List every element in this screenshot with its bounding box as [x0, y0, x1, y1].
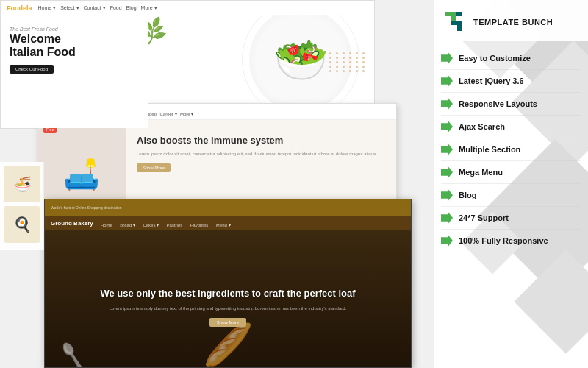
arrow-icon-3 — [441, 98, 453, 110]
arrow-icon-7 — [441, 189, 453, 201]
arrow-icon-5 — [441, 144, 453, 155]
top-cta-button[interactable]: Check Our Food — [10, 65, 54, 74]
dots-decoration — [329, 52, 367, 72]
b-nav-favorites: Favorites — [190, 223, 209, 227]
arrow-icon-1 — [441, 52, 453, 64]
site-bottom-body: 🥖 🥄 We use only the best ingredients to … — [45, 230, 411, 368]
feature-label-3: Responsive Layouts — [459, 99, 537, 108]
m-nav-more: More ▾ — [180, 112, 193, 116]
arrow-icon-9 — [441, 235, 453, 247]
nav-contact: Contact ▾ — [84, 5, 106, 11]
nav-home: Home ▾ — [38, 5, 57, 11]
utensils-image: 🥄 — [57, 341, 89, 368]
left-panel: Foodela Home ▾ Select ▾ Contact ▾ Food B… — [0, 0, 434, 368]
sidebar-thumbnails: 🍜 🍳 — [0, 162, 44, 250]
site-bottom-nav: World's fastest Online Shopping destinat… — [45, 199, 411, 216]
feature-label-4: Ajax Search — [459, 122, 505, 131]
top-nav-links: Home ▾ Select ▾ Contact ▾ Food Blog More… — [38, 5, 157, 11]
feature-label-6: Mega Menu — [459, 168, 503, 177]
feature-jquery: Latest jQuery 3.6 — [441, 70, 581, 93]
feature-responsive: Responsive Layouts — [441, 93, 581, 116]
bakery-cta-button[interactable]: Show More — [209, 318, 246, 327]
bakery-logo: Ground Bakery — [51, 220, 93, 227]
b-nav-pastries: Pastries — [167, 223, 183, 227]
feature-label-7: Blog — [459, 191, 476, 199]
b-nav-cakes: Cakes ▾ — [143, 223, 159, 227]
feature-multiple-section: Multiple Section — [441, 138, 581, 161]
b-nav-menu: Menu ▾ — [216, 223, 231, 227]
nav-blog: Blog — [126, 5, 137, 11]
feature-blog: Blog — [441, 184, 581, 207]
feature-ajax: Ajax Search — [441, 116, 581, 138]
arrow-icon-4 — [441, 121, 453, 132]
feature-label-1: Easy to Customize — [459, 54, 531, 63]
templatebunch-header: TEMPLATE BUNCH — [434, 0, 588, 41]
italian-food-text: Italian Food — [10, 46, 139, 59]
arrow-icon-8 — [441, 212, 453, 224]
feature-label-5: Multiple Section — [459, 145, 520, 154]
website-stack: Foodela Home ▾ Select ▾ Contact ▾ Food B… — [0, 0, 434, 368]
right-panel: TEMPLATE BUNCH Easy to Customize Latest … — [434, 0, 588, 368]
nav-more: More ▾ — [141, 5, 157, 11]
tb-brand-name: TEMPLATE BUNCH — [473, 18, 553, 26]
foodela-logo: Foodela — [7, 4, 32, 12]
fresh-tagline: The Best Fresh Food — [10, 26, 139, 32]
nav-select: Select ▾ — [60, 5, 79, 11]
bakery-headline: We use only the best ingredients to craf… — [56, 287, 399, 326]
tb-logo-icon — [441, 9, 467, 35]
m-nav-career: Career ▾ — [160, 112, 177, 116]
bakery-top-bar: World's fastest Online Shopping destinat… — [51, 205, 121, 210]
welcome-text: Welcome — [10, 32, 139, 46]
site-top-nav: Foodela Home ▾ Select ▾ Contact ▾ Food B… — [1, 1, 374, 15]
feature-easy-customize: Easy to Customize — [441, 47, 581, 70]
arrow-icon-6 — [441, 166, 453, 178]
sidebar-thumb-1: 🍜 — [4, 166, 40, 202]
feature-mega-menu: Mega Menu — [441, 161, 581, 184]
features-list: Easy to Customize Latest jQuery 3.6 Resp… — [434, 41, 588, 258]
feature-label-9: 100% Fully Responsive — [459, 236, 548, 245]
bakery-sub-text: Lorem ipsum is simply dummy text of the … — [100, 305, 355, 312]
site-top-left: The Best Fresh Food Welcome Italian Food… — [1, 15, 148, 129]
feature-label-2: Latest jQuery 3.6 — [459, 77, 524, 85]
b-nav-home: Home — [101, 223, 112, 227]
middle-body-text: Lorem ipsum dolor sit amet, consectetur … — [137, 151, 385, 158]
bakery-nav-links: Home Bread ▾ Cakes ▾ Pastries Favorites … — [101, 216, 231, 230]
feature-label-8: 24*7 Support — [459, 213, 509, 222]
site-bottom: World's fastest Online Shopping destinat… — [44, 199, 412, 368]
bakery-main-text: We use only the best ingredients to craf… — [100, 287, 355, 300]
middle-headline: Also boosts the immune system — [137, 135, 385, 147]
bread-image: 🥖 — [203, 321, 254, 368]
feature-fully-responsive: 100% Fully Responsive — [441, 230, 581, 252]
nav-food: Food — [110, 5, 122, 11]
bakery-main-nav: Ground Bakery Home Bread ▾ Cakes ▾ Pastr… — [45, 216, 411, 230]
middle-cta-button[interactable]: Show More — [137, 163, 171, 172]
sidebar-thumb-2: 🍳 — [4, 206, 40, 243]
feature-support: 24*7 Support — [441, 207, 581, 230]
b-nav-bread: Bread ▾ — [120, 223, 135, 227]
arrow-icon-2 — [441, 75, 453, 87]
